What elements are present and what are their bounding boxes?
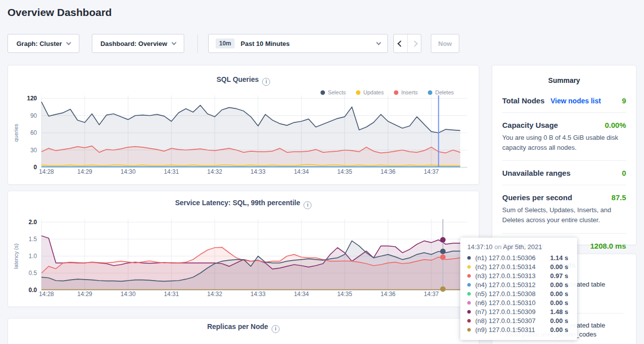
tooltip-node-value: 0.00 s <box>550 290 568 298</box>
x-tick-label: 14:29 <box>77 168 92 175</box>
chevron-down-icon <box>66 40 71 45</box>
summary-row-total-nodes: Total Nodes View nodes list 9 <box>502 88 626 113</box>
time-step-back-button[interactable] <box>394 34 407 52</box>
controls-divider <box>197 34 198 53</box>
tooltip-node-label: (n9) 127.0.0.1:50311 <box>475 326 550 334</box>
tooltip-node-value: 0.00 s <box>550 299 568 307</box>
x-tick-label: 14:32 <box>207 168 222 175</box>
x-tick-label: 14:30 <box>121 291 136 298</box>
series-dot-icon <box>467 319 471 323</box>
y-tick-label: 90 <box>30 112 37 119</box>
tooltip-node-row: (n8) 127.0.0.1:503070.00 s <box>467 316 570 325</box>
series-dot-icon <box>467 283 471 287</box>
summary-row-unavailable: Unavailable ranges 0 <box>502 161 626 185</box>
tooltip-on: on <box>494 243 501 251</box>
now-button-label: Now <box>438 40 452 47</box>
tooltip-node-value: 0.00 s <box>550 281 568 289</box>
y-axis-title: latency (s) <box>13 244 19 269</box>
total-nodes-label: Total Nodes <box>502 96 545 105</box>
tooltip-node-label: (n2) 127.0.0.1:50314 <box>475 263 550 271</box>
y-tick-label: 30 <box>30 147 37 154</box>
y-tick-label: 1.0 <box>28 253 37 260</box>
tooltip-node-value: 0.97 s <box>550 272 568 280</box>
y-tick-label: 60 <box>30 129 37 136</box>
x-tick-label: 14:31 <box>164 168 179 175</box>
chevron-left-icon <box>397 40 404 47</box>
time-step-forward-button[interactable] <box>407 34 421 52</box>
chevron-down-icon <box>376 40 381 45</box>
tooltip-node-label: (n3) 127.0.0.1:50313 <box>475 272 550 280</box>
series-dot-icon <box>467 310 471 314</box>
series-dot-icon <box>467 301 471 305</box>
tooltip-node-row: (n1) 127.0.0.1:503061.14 s <box>467 253 570 262</box>
sql-queries-chart-panel: SQL Queriesi SelectsUpdatesInsertsDelete… <box>7 65 479 185</box>
chevron-down-icon <box>171 40 176 45</box>
capacity-usage-desc: You are using 0 B of 4.5 GiB usable disk… <box>502 133 626 153</box>
x-tick-label: 14:31 <box>164 291 179 298</box>
page-title: Overview Dashboard <box>7 6 112 18</box>
tooltip-node-label: (n5) 127.0.0.1:50308 <box>475 290 550 298</box>
summary-title: Summary <box>502 76 626 84</box>
x-tick-label: 14:33 <box>251 291 266 298</box>
qps-value: 87.5 <box>612 193 626 202</box>
tooltip-node-value: 0.00 s <box>550 317 568 325</box>
tooltip-node-value: 0.00 s <box>550 326 568 334</box>
time-range-dropdown[interactable]: 10m Past 10 Minutes <box>208 34 388 53</box>
series-area <box>41 102 460 167</box>
service-latency-plot[interactable]: 14:2814:2914:3014:3114:3214:3314:3414:35… <box>8 191 479 307</box>
p99-latency-value: 1208.0 ms <box>590 242 626 250</box>
tooltip-timestamp: 14:37:10 on Apr 5th, 2021 <box>467 243 570 251</box>
tooltip-node-label: (n1) 127.0.0.1:50306 <box>475 254 550 262</box>
time-step-buttons <box>393 34 421 53</box>
replicas-per-node-chart-panel: Replicas per Nodei <box>7 318 479 344</box>
view-nodes-list-link[interactable]: View nodes list <box>551 97 601 105</box>
time-range-badge: 10m <box>216 38 235 48</box>
qps-desc: Sum of Selects, Updates, Inserts, and De… <box>502 205 626 225</box>
info-icon[interactable]: i <box>272 325 280 333</box>
tooltip-node-value: 1.48 s <box>550 308 568 316</box>
summary-row-qps: Queries per second 87.5 Sum of Selects, … <box>502 185 626 233</box>
unavailable-ranges-label: Unavailable ranges <box>502 169 571 177</box>
now-button[interactable]: Now <box>431 34 459 53</box>
x-tick-label: 14:33 <box>251 168 266 175</box>
series-dot-icon <box>467 265 471 269</box>
tooltip-node-value: 1.14 s <box>550 254 568 262</box>
series-dot-icon <box>467 328 471 332</box>
tooltip-date: Apr 5th, 2021 <box>503 243 542 251</box>
hover-marker-dot <box>440 255 446 260</box>
dashboard-dropdown[interactable]: Dashboard: Overview <box>92 34 184 53</box>
tooltip-time: 14:37:10 <box>467 243 493 251</box>
tooltip-node-row: (n5) 127.0.0.1:503080.00 s <box>467 289 570 298</box>
x-tick-label: 14:34 <box>294 291 309 298</box>
y-tick-label: 2.0 <box>28 219 37 226</box>
series-dot-icon <box>467 292 471 296</box>
hover-marker-dot <box>440 237 446 243</box>
tooltip-node-label: (n8) 127.0.0.1:50307 <box>475 317 550 325</box>
unavailable-ranges-value: 0 <box>622 169 626 177</box>
tooltip-node-row: (n3) 127.0.0.1:503130.97 s <box>467 271 570 280</box>
graph-dropdown[interactable]: Graph: Cluster <box>7 34 79 53</box>
time-range-label: Past 10 Minutes <box>241 40 290 47</box>
y-axis-title: queries <box>13 123 19 142</box>
summary-row-capacity: Capacity Usage 0.00% You are using 0 B o… <box>502 113 626 161</box>
x-tick-label: 14:29 <box>77 291 92 298</box>
x-tick-label: 14:36 <box>380 291 395 298</box>
x-tick-label: 14:34 <box>294 168 309 175</box>
x-tick-label: 14:37 <box>424 291 439 298</box>
tooltip-node-label: (n4) 127.0.0.1:50312 <box>475 281 550 289</box>
summary-panel: Summary Total Nodes View nodes list 9 Ca… <box>492 65 637 245</box>
capacity-usage-value: 0.00% <box>605 121 626 129</box>
tooltip-node-row: (n7) 127.0.0.1:503091.48 s <box>467 307 570 316</box>
tooltip-node-row: (n9) 127.0.0.1:503110.00 s <box>467 325 570 334</box>
service-latency-chart-panel: Service Latency: SQL, 99th percentilei 1… <box>7 191 479 307</box>
x-tick-label: 14:37 <box>424 168 439 175</box>
tooltip-node-value: 0.00 s <box>550 263 568 271</box>
replicas-per-node-chart-title: Replicas per Nodei <box>8 319 479 333</box>
tooltip-node-label: (n7) 127.0.0.1:50309 <box>475 308 550 316</box>
tooltip-node-row: (n4) 127.0.0.1:503120.00 s <box>467 280 570 289</box>
x-tick-label: 14:28 <box>39 291 54 298</box>
x-tick-label: 14:35 <box>337 291 352 298</box>
sql-queries-plot[interactable]: 14:2814:2914:3014:3114:3214:3314:3414:35… <box>8 65 479 184</box>
hover-marker-dot <box>440 249 446 254</box>
x-tick-label: 14:35 <box>337 168 352 175</box>
